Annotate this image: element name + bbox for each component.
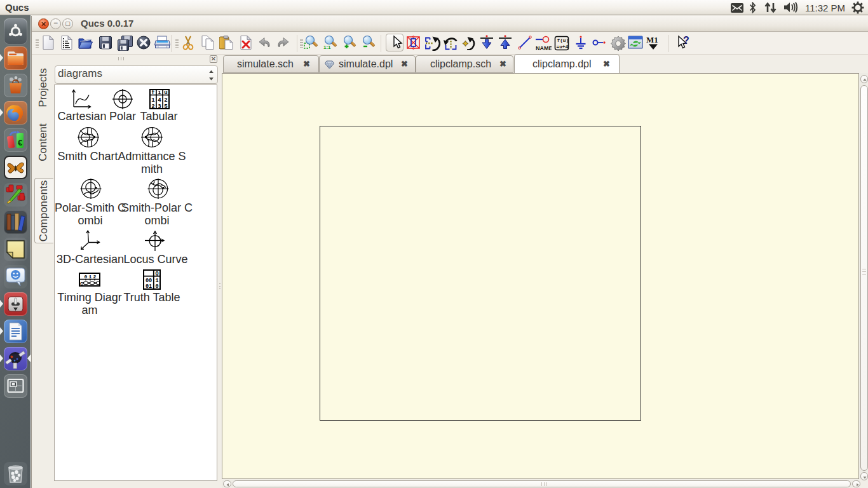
- svg-text:NAME: NAME: [536, 45, 552, 51]
- svg-text:C: C: [80, 281, 83, 287]
- svg-text:u: u: [164, 90, 167, 96]
- svg-text:01: 01: [146, 283, 152, 290]
- svg-text:?: ?: [683, 35, 689, 46]
- svg-text:1: 1: [89, 274, 92, 280]
- svg-text:1: 1: [151, 97, 155, 104]
- svg-text:1:1: 1:1: [323, 44, 331, 50]
- svg-text:€: €: [18, 138, 22, 147]
- svg-text:2: 2: [93, 274, 97, 280]
- svg-text:2: 2: [164, 97, 167, 104]
- svg-text:M1: M1: [646, 35, 658, 44]
- svg-text:Q: Q: [155, 271, 158, 277]
- svg-text:0: 0: [85, 274, 88, 280]
- svg-text:5: 5: [164, 104, 167, 110]
- svg-text:3: 3: [158, 104, 161, 110]
- svg-text:i: i: [158, 90, 161, 96]
- svg-text:0: 0: [155, 283, 158, 290]
- svg-text:2: 2: [151, 104, 154, 110]
- svg-text:f(u): f(u): [557, 38, 569, 43]
- svg-text:=u+4: =u+4: [557, 44, 569, 50]
- svg-text:f: f: [151, 90, 154, 96]
- svg-text:4: 4: [158, 97, 161, 104]
